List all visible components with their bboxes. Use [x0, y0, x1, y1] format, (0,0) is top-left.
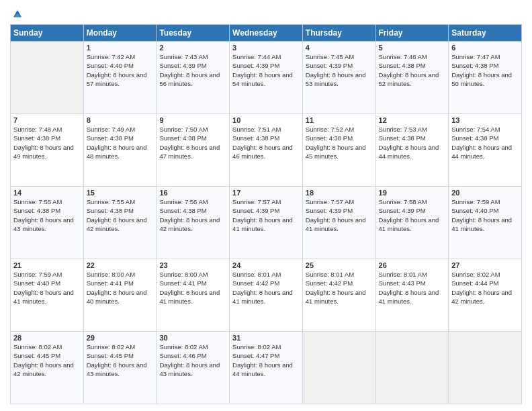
- logo: [10, 9, 24, 20]
- calendar-cell: 28Sunrise: 8:02 AMSunset: 4:45 PMDayligh…: [11, 332, 84, 404]
- weekday-header-wednesday: Wednesday: [230, 25, 303, 42]
- logo-icon: [11, 8, 24, 20]
- day-info: Sunrise: 7:42 AMSunset: 4:40 PMDaylight:…: [87, 52, 154, 88]
- weekday-header-friday: Friday: [375, 25, 449, 42]
- calendar-cell: [11, 42, 84, 114]
- day-info: Sunrise: 7:48 AMSunset: 4:38 PMDaylight:…: [13, 125, 81, 161]
- day-number: 4: [306, 44, 373, 52]
- calendar-cell: 9Sunrise: 7:50 AMSunset: 4:38 PMDaylight…: [157, 114, 230, 187]
- day-info: Sunrise: 7:45 AMSunset: 4:39 PMDaylight:…: [306, 52, 373, 88]
- day-number: 28: [13, 334, 81, 342]
- day-info: Sunrise: 7:59 AMSunset: 4:40 PMDaylight:…: [13, 270, 81, 306]
- calendar-cell: 19Sunrise: 7:58 AMSunset: 4:39 PMDayligh…: [375, 187, 449, 259]
- day-number: 12: [379, 116, 446, 124]
- calendar-cell: 24Sunrise: 8:01 AMSunset: 4:42 PMDayligh…: [230, 259, 303, 332]
- day-number: 16: [159, 189, 226, 197]
- day-info: Sunrise: 7:52 AMSunset: 4:38 PMDaylight:…: [306, 125, 373, 161]
- calendar-cell: 10Sunrise: 7:51 AMSunset: 4:38 PMDayligh…: [230, 114, 303, 187]
- calendar-week-1: 1Sunrise: 7:42 AMSunset: 4:40 PMDaylight…: [11, 42, 522, 114]
- day-number: 20: [451, 189, 519, 197]
- calendar-cell: 22Sunrise: 8:00 AMSunset: 4:41 PMDayligh…: [83, 259, 157, 332]
- calendar-cell: 15Sunrise: 7:55 AMSunset: 4:38 PMDayligh…: [83, 187, 157, 259]
- day-info: Sunrise: 7:50 AMSunset: 4:38 PMDaylight:…: [159, 125, 226, 161]
- calendar-week-5: 28Sunrise: 8:02 AMSunset: 4:45 PMDayligh…: [11, 332, 522, 404]
- day-number: 6: [451, 44, 519, 52]
- calendar-cell: 16Sunrise: 7:56 AMSunset: 4:38 PMDayligh…: [157, 187, 230, 259]
- day-info: Sunrise: 7:44 AMSunset: 4:39 PMDaylight:…: [232, 52, 300, 88]
- calendar-table: SundayMondayTuesdayWednesdayThursdayFrid…: [10, 24, 522, 404]
- calendar-cell: 7Sunrise: 7:48 AMSunset: 4:38 PMDaylight…: [11, 114, 84, 187]
- calendar-cell: 21Sunrise: 7:59 AMSunset: 4:40 PMDayligh…: [11, 259, 84, 332]
- day-info: Sunrise: 7:54 AMSunset: 4:38 PMDaylight:…: [451, 125, 519, 161]
- day-number: 10: [232, 116, 300, 124]
- day-info: Sunrise: 7:58 AMSunset: 4:39 PMDaylight:…: [379, 197, 446, 233]
- weekday-header-sunday: Sunday: [11, 25, 84, 42]
- day-number: 3: [232, 44, 300, 52]
- calendar-cell: 27Sunrise: 8:02 AMSunset: 4:44 PMDayligh…: [449, 259, 522, 332]
- calendar-cell: 23Sunrise: 8:00 AMSunset: 4:41 PMDayligh…: [157, 259, 230, 332]
- calendar-cell: 6Sunrise: 7:47 AMSunset: 4:38 PMDaylight…: [449, 42, 522, 114]
- calendar-cell: 13Sunrise: 7:54 AMSunset: 4:38 PMDayligh…: [449, 114, 522, 187]
- calendar-cell: [375, 332, 449, 404]
- header: [10, 7, 522, 20]
- calendar-cell: 2Sunrise: 7:43 AMSunset: 4:39 PMDaylight…: [157, 42, 230, 114]
- day-number: 7: [13, 116, 81, 124]
- day-info: Sunrise: 8:01 AMSunset: 4:42 PMDaylight:…: [306, 270, 373, 306]
- day-info: Sunrise: 8:01 AMSunset: 4:42 PMDaylight:…: [232, 270, 300, 306]
- calendar-cell: 14Sunrise: 7:55 AMSunset: 4:38 PMDayligh…: [11, 187, 84, 259]
- day-info: Sunrise: 7:56 AMSunset: 4:38 PMDaylight:…: [159, 197, 226, 233]
- day-number: 18: [306, 189, 373, 197]
- calendar-week-4: 21Sunrise: 7:59 AMSunset: 4:40 PMDayligh…: [11, 259, 522, 332]
- day-number: 23: [159, 261, 226, 269]
- weekday-header-row: SundayMondayTuesdayWednesdayThursdayFrid…: [11, 25, 522, 42]
- day-number: 11: [306, 116, 373, 124]
- day-number: 8: [87, 116, 154, 124]
- day-number: 14: [13, 189, 81, 197]
- page: SundayMondayTuesdayWednesdayThursdayFrid…: [0, 0, 532, 411]
- day-info: Sunrise: 8:02 AMSunset: 4:47 PMDaylight:…: [232, 342, 300, 378]
- calendar-cell: 12Sunrise: 7:53 AMSunset: 4:38 PMDayligh…: [375, 114, 449, 187]
- calendar-cell: 17Sunrise: 7:57 AMSunset: 4:39 PMDayligh…: [230, 187, 303, 259]
- calendar-cell: 26Sunrise: 8:01 AMSunset: 4:43 PMDayligh…: [375, 259, 449, 332]
- calendar-cell: [302, 332, 375, 404]
- day-number: 5: [379, 44, 446, 52]
- day-number: 19: [379, 189, 446, 197]
- day-info: Sunrise: 7:47 AMSunset: 4:38 PMDaylight:…: [451, 52, 519, 88]
- calendar-cell: 4Sunrise: 7:45 AMSunset: 4:39 PMDaylight…: [302, 42, 375, 114]
- day-number: 27: [451, 261, 519, 269]
- day-info: Sunrise: 7:43 AMSunset: 4:39 PMDaylight:…: [159, 52, 226, 88]
- calendar-cell: 8Sunrise: 7:49 AMSunset: 4:38 PMDaylight…: [83, 114, 157, 187]
- day-number: 15: [87, 189, 154, 197]
- weekday-header-tuesday: Tuesday: [157, 25, 230, 42]
- day-info: Sunrise: 7:59 AMSunset: 4:40 PMDaylight:…: [451, 197, 519, 233]
- weekday-header-monday: Monday: [83, 25, 157, 42]
- day-info: Sunrise: 7:57 AMSunset: 4:39 PMDaylight:…: [232, 197, 300, 233]
- calendar-cell: 5Sunrise: 7:46 AMSunset: 4:38 PMDaylight…: [375, 42, 449, 114]
- calendar-cell: 31Sunrise: 8:02 AMSunset: 4:47 PMDayligh…: [230, 332, 303, 404]
- day-number: 25: [306, 261, 373, 269]
- calendar-cell: 20Sunrise: 7:59 AMSunset: 4:40 PMDayligh…: [449, 187, 522, 259]
- calendar-week-3: 14Sunrise: 7:55 AMSunset: 4:38 PMDayligh…: [11, 187, 522, 259]
- day-info: Sunrise: 8:02 AMSunset: 4:45 PMDaylight:…: [13, 342, 81, 378]
- day-info: Sunrise: 7:46 AMSunset: 4:38 PMDaylight:…: [379, 52, 446, 88]
- calendar-week-2: 7Sunrise: 7:48 AMSunset: 4:38 PMDaylight…: [11, 114, 522, 187]
- calendar-cell: 11Sunrise: 7:52 AMSunset: 4:38 PMDayligh…: [302, 114, 375, 187]
- day-info: Sunrise: 8:02 AMSunset: 4:46 PMDaylight:…: [159, 342, 226, 378]
- weekday-header-thursday: Thursday: [302, 25, 375, 42]
- day-info: Sunrise: 8:02 AMSunset: 4:45 PMDaylight:…: [87, 342, 154, 378]
- day-info: Sunrise: 7:55 AMSunset: 4:38 PMDaylight:…: [87, 197, 154, 233]
- day-number: 21: [13, 261, 81, 269]
- day-info: Sunrise: 7:51 AMSunset: 4:38 PMDaylight:…: [232, 125, 300, 161]
- day-number: 9: [159, 116, 226, 124]
- day-info: Sunrise: 7:53 AMSunset: 4:38 PMDaylight:…: [379, 125, 446, 161]
- day-info: Sunrise: 8:00 AMSunset: 4:41 PMDaylight:…: [159, 270, 226, 306]
- weekday-header-saturday: Saturday: [449, 25, 522, 42]
- day-number: 2: [159, 44, 226, 52]
- day-info: Sunrise: 8:00 AMSunset: 4:41 PMDaylight:…: [87, 270, 154, 306]
- day-number: 22: [87, 261, 154, 269]
- day-number: 29: [87, 334, 154, 342]
- calendar-cell: 25Sunrise: 8:01 AMSunset: 4:42 PMDayligh…: [302, 259, 375, 332]
- calendar-cell: 18Sunrise: 7:57 AMSunset: 4:39 PMDayligh…: [302, 187, 375, 259]
- day-number: 17: [232, 189, 300, 197]
- day-number: 13: [451, 116, 519, 124]
